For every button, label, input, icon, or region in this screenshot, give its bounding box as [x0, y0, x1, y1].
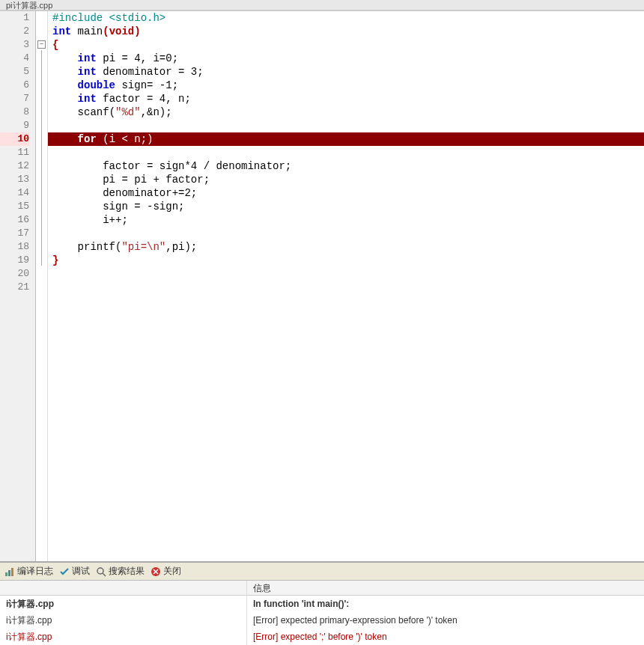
- svg-rect-1: [8, 570, 10, 576]
- tab-compile-log[interactable]: 编译日志: [4, 565, 53, 578]
- file-tab-bar[interactable]: pi计算器.cpp: [0, 0, 644, 10]
- svg-rect-0: [5, 572, 7, 576]
- code-line: [48, 146, 644, 159]
- svg-line-4: [103, 573, 106, 576]
- line-number: 3: [0, 38, 29, 52]
- message-file[interactable]: i计算器.cpp: [0, 612, 246, 629]
- line-number: 6: [0, 79, 29, 92]
- message-file[interactable]: i计算器.cpp: [0, 596, 246, 612]
- line-number: 17: [0, 227, 29, 240]
- check-icon: [59, 566, 70, 577]
- fold-toggle-icon[interactable]: −: [37, 40, 46, 49]
- fold-column: −: [36, 11, 48, 561]
- code-line: int denominator = 3;: [48, 65, 644, 79]
- output-panel: 编译日志 调试 搜索结果 关闭 i计算器.cpp i计算器.cpp i计算器.c…: [0, 561, 644, 645]
- line-number: 8: [0, 106, 29, 119]
- file-tab-label: pi计算器.cpp: [6, 1, 52, 10]
- code-line-error: for (i < n;): [48, 132, 644, 146]
- line-number: 7: [0, 92, 29, 106]
- line-number: 4: [0, 52, 29, 65]
- message-text[interactable]: [Error] expected primary-expression befo…: [247, 612, 644, 629]
- code-line: i++;: [48, 213, 644, 227]
- line-number: 13: [0, 173, 29, 186]
- code-line: [48, 227, 644, 240]
- code-line: [48, 267, 644, 281]
- message-file[interactable]: i计算器.cpp: [0, 629, 246, 645]
- code-line: int main(void): [48, 25, 644, 38]
- code-line: denominator+=2;: [48, 186, 644, 200]
- line-number: 12: [0, 159, 29, 173]
- close-icon: [151, 566, 161, 577]
- messages-file-column: i计算器.cpp i计算器.cpp i计算器.cpp: [0, 581, 247, 645]
- file-col-header: [0, 581, 246, 584]
- tab-close[interactable]: 关闭: [151, 565, 181, 578]
- line-number: 18: [0, 240, 29, 254]
- line-number: 9: [0, 119, 29, 132]
- code-line: printf("pi=\n",pi);: [48, 240, 644, 254]
- message-text[interactable]: [Error] expected ';' before ')' token: [247, 629, 644, 645]
- line-number: 2: [0, 25, 29, 38]
- output-tab-bar: 编译日志 调试 搜索结果 关闭: [0, 563, 644, 581]
- line-number: 15: [0, 200, 29, 213]
- code-line: int factor = 4, n;: [48, 92, 644, 106]
- line-number: 21: [0, 281, 29, 294]
- code-line: [48, 281, 644, 294]
- code-line: #include <stdio.h>: [48, 11, 644, 25]
- svg-point-3: [97, 568, 103, 574]
- line-number: 1: [0, 11, 29, 25]
- line-number: 5: [0, 65, 29, 79]
- svg-rect-2: [11, 568, 13, 576]
- line-number: 16: [0, 213, 29, 227]
- line-number: 20: [0, 267, 29, 281]
- line-number-gutter: 1 2 3 4 5 6 7 8 9 10 11 12 13 14 15 16 1…: [0, 11, 36, 561]
- code-line: pi = pi + factor;: [48, 173, 644, 186]
- message-text[interactable]: In function 'int main()':: [247, 596, 644, 612]
- tab-debug[interactable]: 调试: [59, 565, 90, 578]
- tab-search-results[interactable]: 搜索结果: [96, 565, 145, 578]
- code-line: int pi = 4, i=0;: [48, 52, 644, 65]
- code-editor[interactable]: 1 2 3 4 5 6 7 8 9 10 11 12 13 14 15 16 1…: [0, 10, 644, 561]
- line-number-error: 10: [0, 132, 29, 146]
- code-line: scanf("%d",&n);: [48, 106, 644, 119]
- messages-text-column: 信息 In function 'int main()': [Error] exp…: [247, 581, 644, 645]
- msg-col-header: 信息: [247, 581, 644, 596]
- code-line: }: [48, 254, 644, 267]
- code-line: sign = -sign;: [48, 200, 644, 213]
- line-number: 19: [0, 254, 29, 267]
- code-line: factor = sign*4 / denominator;: [48, 159, 644, 173]
- code-line: double sign= -1;: [48, 79, 644, 92]
- code-line: [48, 119, 644, 132]
- code-area[interactable]: #include <stdio.h> int main(void) { int …: [48, 11, 644, 561]
- search-icon: [96, 566, 106, 577]
- compiler-messages: i计算器.cpp i计算器.cpp i计算器.cpp 信息 In functio…: [0, 581, 644, 645]
- bar-chart-icon: [4, 566, 15, 577]
- code-line: {: [48, 38, 644, 52]
- fold-guide: [41, 50, 42, 266]
- line-number: 11: [0, 146, 29, 159]
- line-number: 14: [0, 186, 29, 200]
